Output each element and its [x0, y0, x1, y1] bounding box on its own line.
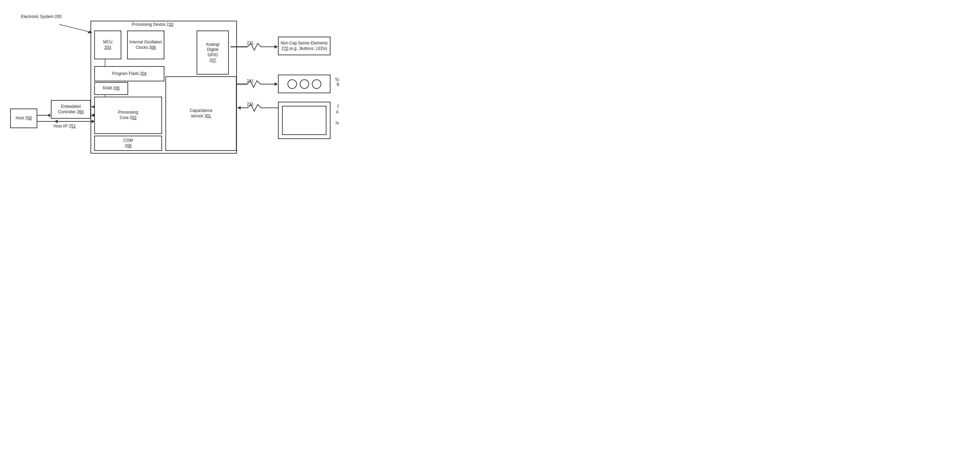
diagram: Electronic System 200 Processing Device … — [0, 0, 339, 163]
arrow-271-label: 271 — [247, 41, 253, 45]
circle-2 — [300, 80, 309, 89]
arrow-231-label: 231 — [247, 102, 253, 107]
svg-marker-3 — [275, 45, 278, 48]
capacitance-sensor-label: Capacitancesensor 201 — [190, 108, 213, 119]
cap-sense-array-label: Cap Sense Array havingnon-homogenous pit… — [332, 103, 339, 138]
program-flash-box: Program Flash 204 — [94, 66, 164, 81]
ram-label: RAM 205 — [103, 86, 120, 91]
mcu-number: 203 — [104, 45, 111, 51]
svg-marker-20 — [91, 114, 94, 117]
non-cap-sense-label: Non-Cap Sense Elements270 (e.g., Buttons… — [281, 41, 328, 51]
svg-line-29 — [59, 24, 91, 32]
touch-sensor-label: Touch-SensorButtons 240 — [332, 77, 339, 87]
non-cap-sense-box: Non-Cap Sense Elements270 (e.g., Buttons… — [278, 37, 331, 55]
gpio-label: Analog/DigitalGPIO207 — [206, 42, 220, 63]
mcu-box: MCU 203 — [94, 30, 121, 59]
oscillator-box: Internal Oscillator/Clocks 206 — [127, 30, 164, 59]
svg-marker-6 — [275, 83, 278, 86]
com-label: COM208 — [123, 138, 133, 148]
capacitance-sensor-box: Capacitancesensor 201 — [165, 76, 237, 151]
circle-3 — [312, 80, 321, 89]
embedded-controller-box: EmbeddedController 260 — [51, 100, 91, 119]
processing-device-number: 10 — [169, 22, 173, 27]
com-box: COM208 — [94, 136, 162, 151]
host-label: Host 250 — [16, 116, 32, 121]
circle-1 — [288, 80, 297, 89]
cap-sense-array-outer — [278, 102, 331, 139]
processing-device-label: Processing Device 210 — [119, 22, 186, 27]
host-box: Host 250 — [10, 108, 37, 128]
electronic-system-label: Electronic System 200 — [21, 14, 61, 19]
processing-core-box: ProcessingCore 202 — [94, 97, 162, 134]
cap-sense-array-inner — [282, 106, 326, 135]
svg-marker-25 — [54, 120, 57, 123]
processing-core-label: ProcessingCore 202 — [118, 110, 138, 120]
svg-marker-30 — [88, 30, 92, 33]
svg-marker-16 — [47, 114, 50, 117]
embedded-controller-label: EmbeddedController 260 — [58, 104, 83, 115]
mcu-label: MCU — [103, 40, 112, 45]
ram-box: RAM 205 — [94, 82, 128, 95]
host-if-label: Host I/F 251 — [54, 124, 76, 129]
program-flash-label: Program Flash 204 — [112, 71, 146, 76]
svg-marker-7 — [237, 106, 241, 110]
touch-sensor-box — [278, 75, 331, 93]
arrow-241-label: 241 — [247, 79, 253, 83]
oscillator-label: Internal Oscillator/Clocks 206 — [129, 40, 162, 50]
gpio-box: Analog/DigitalGPIO207 — [197, 30, 229, 75]
touch-sensor-circles — [288, 80, 321, 89]
